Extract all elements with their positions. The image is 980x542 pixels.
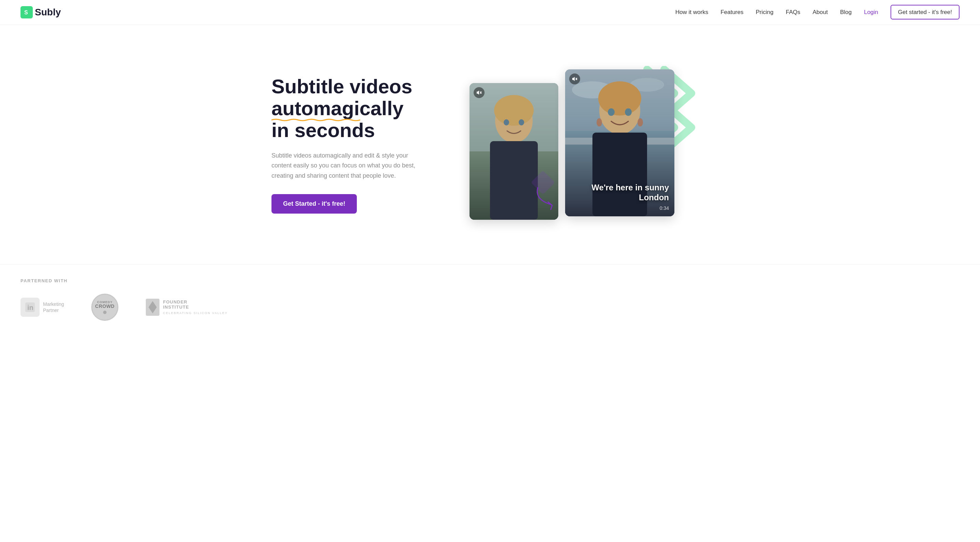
svg-point-22 xyxy=(638,118,643,126)
svg-rect-6 xyxy=(490,141,538,220)
logo[interactable]: S Subly xyxy=(21,6,61,18)
nav-link-features[interactable]: Features xyxy=(721,9,743,15)
comedy-crowd-badge: COMEDY CROWD xyxy=(91,293,118,321)
hero-subtitle: Subtitle videos automagically and edit &… xyxy=(272,151,422,181)
nav-link-how-it-works[interactable]: How it works xyxy=(675,9,708,15)
linkedin-icon: in xyxy=(21,298,40,317)
svg-point-7 xyxy=(504,119,509,126)
nav-item-about[interactable]: About xyxy=(813,9,828,16)
nav-link-about[interactable]: About xyxy=(813,9,828,15)
hero-title-line2: automagically xyxy=(272,97,404,119)
partners-logos: in MarketingPartner COMEDY CROWD xyxy=(21,293,959,321)
video-mute-left xyxy=(474,87,485,98)
hero-cta-button[interactable]: Get Started - it's free! xyxy=(272,194,357,214)
svg-point-30 xyxy=(103,311,107,314)
nav-item-blog[interactable]: Blog xyxy=(840,9,852,16)
video-mute-right xyxy=(569,73,580,84)
logo-box: S xyxy=(21,6,33,18)
linkedin-partner-logo: in MarketingPartner xyxy=(21,298,64,317)
video-subtitle-text: We're here in sunny London xyxy=(571,183,669,202)
nav-cta-button[interactable]: Get started - it's free! xyxy=(891,5,959,19)
hero-section: Subtitle videos automagically in seconds… xyxy=(251,25,729,257)
arrow-decoration xyxy=(531,181,562,213)
founder-institute-logo: FOUNDERINSTITUTECELEBRATING SILICON VALL… xyxy=(146,299,228,316)
video-duo: We're here in sunny London 0:34 xyxy=(469,69,675,220)
partners-label: PARTERNED WITH xyxy=(21,278,959,283)
nav-item-cta[interactable]: Get started - it's free! xyxy=(891,9,959,16)
svg-point-8 xyxy=(519,119,524,126)
comedy-crowd-logo: COMEDY CROWD xyxy=(91,293,118,321)
hero-visual: We're here in sunny London 0:34 xyxy=(435,56,708,233)
svg-point-5 xyxy=(494,95,534,126)
linkedin-partner-text: MarketingPartner xyxy=(43,301,64,313)
svg-text:S: S xyxy=(24,10,28,15)
nav-item-pricing[interactable]: Pricing xyxy=(756,9,773,16)
svg-point-17 xyxy=(598,81,641,115)
svg-point-21 xyxy=(597,118,602,126)
nav-item-features[interactable]: Features xyxy=(721,9,743,16)
partners-section: PARTERNED WITH in MarketingPartner COMED… xyxy=(0,264,980,338)
founder-icon xyxy=(146,299,159,316)
logo-text: Subly xyxy=(35,7,61,18)
navbar: S Subly How it works Features Pricing FA… xyxy=(0,0,980,25)
founder-text: FOUNDERINSTITUTECELEBRATING SILICON VALL… xyxy=(163,300,228,316)
svg-text:CROWD: CROWD xyxy=(95,303,115,309)
nav-item-faqs[interactable]: FAQs xyxy=(786,9,800,16)
video-card-right: We're here in sunny London 0:34 xyxy=(565,69,675,216)
video-subtitle-overlay: We're here in sunny London 0:34 xyxy=(571,183,669,211)
nav-link-blog[interactable]: Blog xyxy=(840,9,852,15)
nav-links: How it works Features Pricing FAQs About… xyxy=(675,9,959,16)
hero-title-line3: in seconds xyxy=(272,119,375,141)
nav-item-login[interactable]: Login xyxy=(864,9,878,16)
svg-point-20 xyxy=(625,108,632,116)
hero-title-line1: Subtitle videos xyxy=(272,75,412,97)
svg-point-19 xyxy=(608,108,615,116)
nav-link-login[interactable]: Login xyxy=(864,9,878,15)
hero-content: Subtitle videos automagically in seconds… xyxy=(272,75,435,213)
nav-link-faqs[interactable]: FAQs xyxy=(786,9,800,15)
hero-title: Subtitle videos automagically in seconds xyxy=(272,75,435,141)
video-timer: 0:34 xyxy=(571,206,669,211)
nav-link-pricing[interactable]: Pricing xyxy=(756,9,773,15)
nav-item-how-it-works[interactable]: How it works xyxy=(675,9,708,16)
svg-text:in: in xyxy=(27,304,33,311)
